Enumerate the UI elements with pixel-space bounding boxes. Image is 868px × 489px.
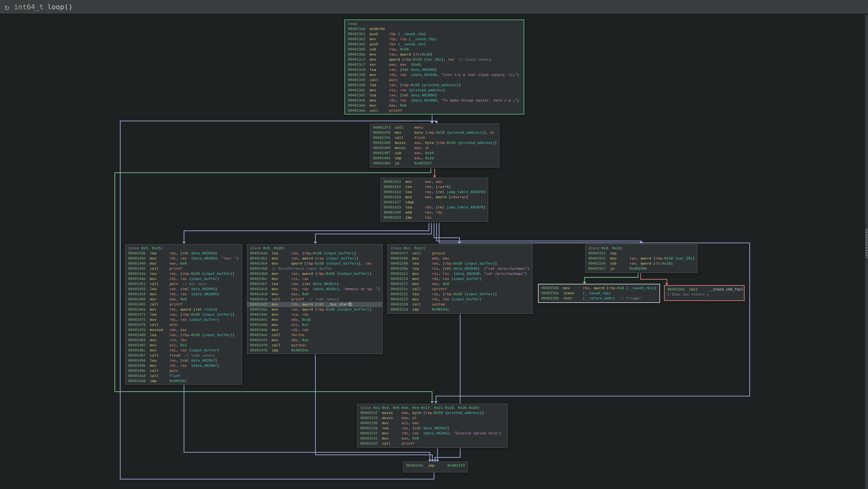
asm-token[interactable]: {0x0} <box>411 63 422 67</box>
asm-token[interactable]: ] <box>232 333 235 337</box>
asm-token[interactable]: call <box>150 323 169 327</box>
asm-line[interactable]: 004014fd jmp 0x40154c <box>247 348 382 353</box>
asm-token[interactable]: 0x21 <box>434 406 443 410</box>
asm-token[interactable]: rel <box>414 426 421 430</box>
asm-token[interactable] <box>365 57 370 62</box>
asm-token[interactable] <box>267 302 272 307</box>
asm-token[interactable]: "Invalid option %c\n" <box>454 431 499 435</box>
asm-token[interactable]: {printed_address} <box>422 83 459 87</box>
asm-line[interactable]: 004013dc mov rsi, rax {printed_address} <box>345 88 524 93</box>
asm-token[interactable]: , <box>408 421 413 425</box>
asm-token[interactable]: , <box>421 156 425 160</box>
asm-token[interactable]: lea <box>382 426 401 430</box>
asm-token[interactable]: ] <box>369 271 372 276</box>
asm-token[interactable]: __stack_chk_fail <box>709 287 743 291</box>
asm-line[interactable]: { Does not return } <box>664 292 744 297</box>
asm-token[interactable] <box>390 146 395 150</box>
asm-token[interactable]: 0040147d <box>128 328 146 332</box>
asm-token[interactable]: , [ <box>176 271 182 276</box>
asm-token[interactable]: "len: " <box>222 256 237 260</box>
asm-token[interactable]: rcx <box>169 338 176 342</box>
asm-token[interactable]: rel <box>195 307 202 312</box>
asm-token[interactable]: {__saved_rbp} <box>398 32 426 36</box>
asm-token[interactable]: 0x58 <box>326 307 335 312</box>
asm-token[interactable]: puts <box>389 78 398 82</box>
asm-token[interactable]: mov <box>272 256 291 260</box>
asm-token[interactable] <box>267 266 272 271</box>
asm-token[interactable]: 00401556 <box>588 261 606 265</box>
asm-line[interactable]: 00401480 lea rax, [rbp-0x50 {input_buffe… <box>125 333 242 338</box>
asm-token[interactable] <box>377 416 382 420</box>
asm-line[interactable]: 0040140a cmp eax, 0x2d <box>370 156 499 161</box>
asm-token[interactable]: , <box>176 364 181 368</box>
asm-line[interactable]: 004013e6 mov rdi, rax {data_402080, "To … <box>345 98 524 103</box>
asm-token[interactable]: eax <box>414 141 421 145</box>
asm-token[interactable] <box>267 318 272 322</box>
asm-token[interactable]: lea <box>272 251 291 255</box>
asm-token[interactable]: , <box>298 323 302 327</box>
asm-token[interactable]: call <box>150 302 169 307</box>
asm-token[interactable]: rax <box>302 287 308 291</box>
asm-token[interactable] <box>390 131 395 135</box>
asm-token[interactable]: {Case <box>588 246 601 250</box>
asm-token[interactable] <box>146 277 150 281</box>
asm-token[interactable]: qword <box>593 286 604 290</box>
asm-token[interactable]: , <box>589 286 594 290</box>
asm-token[interactable]: 00401465 <box>128 302 146 307</box>
asm-token[interactable]: , <box>176 307 181 312</box>
asm-token[interactable]: {input_buffer} <box>451 297 482 301</box>
asm-token[interactable]: , <box>298 338 302 342</box>
asm-token[interactable]: rsi <box>291 277 298 281</box>
asm-token[interactable]: menu <box>414 125 423 130</box>
asm-token[interactable]: 004014ce <box>250 297 267 301</box>
asm-line[interactable]: 004013d3 call puts <box>345 78 524 83</box>
asm-token[interactable]: 0040152d <box>391 307 408 312</box>
basic-block-case5[interactable]: {Case 0x5, 0x25}00401436 lea rax, [rel d… <box>125 244 242 385</box>
asm-token[interactable] <box>401 215 405 220</box>
asm-token[interactable] <box>267 328 272 332</box>
asm-token[interactable] <box>401 190 405 194</box>
asm-token[interactable]: ] <box>215 358 217 363</box>
asm-line[interactable]: 004013df lea rax, [rel data_402080] <box>345 93 524 98</box>
asm-token[interactable]: , <box>431 180 436 184</box>
asm-token[interactable]: rcx <box>443 271 449 276</box>
function-name-label[interactable]: loop() <box>47 3 72 11</box>
asm-token[interactable] <box>146 353 150 357</box>
asm-token[interactable]: {output_buffer} <box>337 271 369 276</box>
asm-token[interactable] <box>146 369 150 373</box>
asm-token[interactable]: 0x16 <box>302 318 311 322</box>
asm-token[interactable]: rdi <box>389 98 395 103</box>
asm-token[interactable]: {data_4020b9 <box>191 256 217 260</box>
asm-token[interactable]: , <box>396 98 400 103</box>
asm-token[interactable] <box>267 307 272 312</box>
asm-token[interactable]: 00401566 <box>541 286 559 290</box>
asm-token[interactable]: rbp <box>402 83 408 87</box>
asm-token[interactable]: 0x0 <box>302 292 308 296</box>
asm-token[interactable]: printf <box>169 302 182 307</box>
asm-token[interactable]: ] <box>215 307 217 312</box>
asm-token[interactable]: 00401542 <box>360 436 377 440</box>
asm-token[interactable]: eax <box>425 180 431 184</box>
asm-token[interactable]: printf <box>401 441 414 445</box>
asm-token[interactable]: mov <box>370 37 389 41</box>
asm-line[interactable]: 00401551 nop <box>586 251 697 256</box>
asm-token[interactable]: mov <box>150 307 169 312</box>
asm-line[interactable]: 00401445 call printf <box>125 266 242 271</box>
asm-token[interactable]: call <box>412 251 432 255</box>
asm-line[interactable]: 004013c9 lea rax, [rel data_402048] <box>345 67 524 73</box>
asm-token[interactable]: 004014c6 <box>250 287 267 291</box>
graph-canvas[interactable]: loop:004013ad endbr64004013b1 push rbp {… <box>0 15 868 489</box>
asm-token[interactable]: mov <box>395 131 414 135</box>
asm-token[interactable]: 004014b4 <box>250 261 267 265</box>
asm-token[interactable]: rbx <box>180 338 187 342</box>
asm-token[interactable]: rdx <box>291 302 298 307</box>
asm-token[interactable]: } <box>525 271 527 276</box>
asm-token[interactable]: push <box>370 32 389 36</box>
asm-line[interactable]: 004013b1 push rbp {__saved_rbp} <box>345 32 524 37</box>
asm-token[interactable]: , <box>408 431 413 435</box>
asm-line[interactable]: 00401487 mov esi, 0x1 <box>125 343 242 348</box>
asm-line[interactable]: 00401478 call atoi <box>125 322 242 327</box>
asm-token[interactable]: rbp <box>438 141 444 145</box>
asm-token[interactable]: {input_buffer} <box>464 292 495 296</box>
asm-token[interactable]: rsi <box>389 88 395 92</box>
